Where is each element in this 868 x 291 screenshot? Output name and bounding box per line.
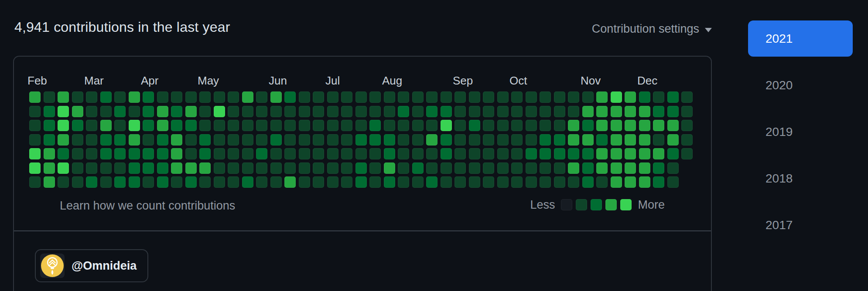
- contribution-cell[interactable]: [441, 148, 452, 159]
- contribution-cell[interactable]: [100, 91, 112, 103]
- contribution-cell[interactable]: [497, 106, 509, 117]
- contribution-cell[interactable]: [497, 162, 509, 174]
- contribution-cell[interactable]: [455, 148, 466, 159]
- contribution-cell[interactable]: [72, 91, 83, 103]
- contribution-cell[interactable]: [639, 120, 650, 131]
- contribution-cell[interactable]: [369, 176, 381, 188]
- contribution-cell[interactable]: [199, 91, 211, 103]
- contribution-cell[interactable]: [58, 120, 69, 131]
- contribution-cell[interactable]: [29, 176, 41, 188]
- contribution-cell[interactable]: [256, 134, 267, 146]
- contribution-cell[interactable]: [256, 176, 267, 188]
- contribution-cell[interactable]: [86, 106, 97, 117]
- contribution-cell[interactable]: [384, 120, 395, 131]
- contribution-cell[interactable]: [369, 134, 381, 146]
- contribution-cell[interactable]: [228, 120, 239, 131]
- contribution-cell[interactable]: [384, 106, 395, 117]
- contribution-cell[interactable]: [582, 176, 594, 188]
- contribution-cell[interactable]: [256, 148, 267, 159]
- contribution-cell[interactable]: [441, 120, 452, 131]
- contribution-cell[interactable]: [441, 134, 452, 146]
- contribution-cell[interactable]: [199, 134, 211, 146]
- contribution-cell[interactable]: [582, 120, 594, 131]
- contribution-cell[interactable]: [426, 106, 437, 117]
- contribution-cell[interactable]: [284, 120, 296, 131]
- contribution-cell[interactable]: [455, 162, 466, 174]
- contribution-cell[interactable]: [554, 176, 565, 188]
- contribution-cell[interactable]: [270, 106, 282, 117]
- contribution-cell[interactable]: [341, 162, 352, 174]
- contribution-cell[interactable]: [526, 162, 537, 174]
- contribution-cell[interactable]: [369, 148, 381, 159]
- contribution-cell[interactable]: [129, 134, 140, 146]
- contribution-cell[interactable]: [341, 176, 352, 188]
- contribution-cell[interactable]: [214, 162, 225, 174]
- contribution-cell[interactable]: [44, 176, 55, 188]
- contribution-cell[interactable]: [639, 91, 650, 103]
- contribution-cell[interactable]: [426, 91, 437, 103]
- contribution-cell[interactable]: [384, 176, 395, 188]
- contribution-cell[interactable]: [369, 162, 381, 174]
- contribution-cell[interactable]: [29, 148, 41, 159]
- year-button-2017[interactable]: 2017: [748, 207, 853, 243]
- contribution-cell[interactable]: [58, 91, 69, 103]
- contribution-cell[interactable]: [582, 134, 594, 146]
- contribution-cell[interactable]: [511, 91, 523, 103]
- contribution-cell[interactable]: [256, 120, 267, 131]
- contribution-cell[interactable]: [100, 134, 112, 146]
- contribution-cell[interactable]: [143, 148, 154, 159]
- contribution-cell[interactable]: [469, 134, 480, 146]
- contribution-cell[interactable]: [270, 176, 282, 188]
- contribution-cell[interactable]: [540, 176, 551, 188]
- org-chip-omnideia[interactable]: @Omnideia: [35, 249, 148, 282]
- contribution-cell[interactable]: [72, 148, 83, 159]
- contribution-cell[interactable]: [554, 120, 565, 131]
- contribution-cell[interactable]: [242, 120, 253, 131]
- contribution-cell[interactable]: [29, 120, 41, 131]
- contribution-cell[interactable]: [426, 176, 437, 188]
- contribution-cell[interactable]: [313, 176, 324, 188]
- contribution-cell[interactable]: [412, 134, 424, 146]
- contribution-cell[interactable]: [58, 148, 69, 159]
- contribution-cell[interactable]: [72, 176, 83, 188]
- contribution-cell[interactable]: [284, 162, 296, 174]
- contribution-cell[interactable]: [284, 91, 296, 103]
- contribution-cell[interactable]: [114, 176, 126, 188]
- contribution-cell[interactable]: [540, 148, 551, 159]
- contribution-cell[interactable]: [114, 162, 126, 174]
- contribution-cell[interactable]: [596, 91, 608, 103]
- contribution-cell[interactable]: [611, 176, 622, 188]
- contribution-cell[interactable]: [313, 106, 324, 117]
- contribution-cell[interactable]: [341, 91, 352, 103]
- contribution-cell[interactable]: [653, 134, 664, 146]
- contribution-cell[interactable]: [270, 134, 282, 146]
- contribution-cell[interactable]: [228, 91, 239, 103]
- contribution-cell[interactable]: [270, 148, 282, 159]
- contribution-cell[interactable]: [625, 148, 636, 159]
- contribution-cell[interactable]: [214, 148, 225, 159]
- contribution-cell[interactable]: [398, 148, 409, 159]
- contribution-cell[interactable]: [639, 162, 650, 174]
- contribution-cell[interactable]: [157, 176, 168, 188]
- contribution-cell[interactable]: [214, 134, 225, 146]
- contribution-cell[interactable]: [44, 106, 55, 117]
- contribution-cell[interactable]: [327, 176, 338, 188]
- contribution-cell[interactable]: [611, 148, 622, 159]
- contribution-cell[interactable]: [185, 120, 197, 131]
- contribution-cell[interactable]: [426, 120, 437, 131]
- contribution-cell[interactable]: [398, 106, 409, 117]
- contribution-cell[interactable]: [483, 134, 494, 146]
- contribution-cell[interactable]: [497, 134, 509, 146]
- contribution-cell[interactable]: [526, 91, 537, 103]
- contribution-cell[interactable]: [327, 91, 338, 103]
- contribution-cell[interactable]: [171, 120, 182, 131]
- contribution-cell[interactable]: [44, 120, 55, 131]
- contribution-cell[interactable]: [384, 91, 395, 103]
- contribution-cell[interactable]: [157, 134, 168, 146]
- contribution-cell[interactable]: [483, 176, 494, 188]
- contribution-cell[interactable]: [596, 148, 608, 159]
- contribution-cell[interactable]: [171, 162, 182, 174]
- contribution-cell[interactable]: [355, 120, 367, 131]
- contribution-cell[interactable]: [596, 120, 608, 131]
- contribution-cell[interactable]: [441, 106, 452, 117]
